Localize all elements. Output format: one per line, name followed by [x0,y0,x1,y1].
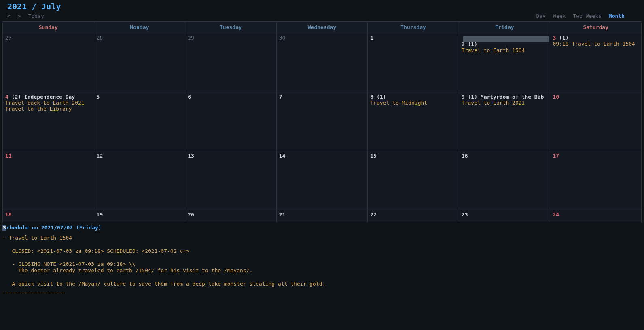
calendar-cell[interactable]: 20 [185,210,277,222]
calendar-cell[interactable]: 5 [94,92,186,151]
calendar-cell[interactable]: 11 [3,151,94,210]
calendar-event[interactable]: Travel to Earth 1504 [462,47,548,53]
day-number: 24 [553,212,559,218]
calendar-cell[interactable]: 9 (1) Martyrdom of the BábTravel to Eart… [459,92,551,151]
day-number: 18 [5,212,12,218]
day-header: Sunday [3,22,94,33]
calendar-cell[interactable]: 28 [94,33,186,92]
calendar-event[interactable]: Travel to Earth 2021 [462,100,548,106]
day-header: Saturday [550,22,642,33]
divider: -------------------- [2,287,641,296]
day-number: 5 [97,94,100,100]
prev-button[interactable]: < [7,13,11,19]
calendar-cell[interactable]: 10 [550,92,642,151]
day-number: 16 [462,153,468,159]
day-number: 6 [188,94,191,100]
day-number: 15 [370,153,377,159]
calendar-event[interactable]: Travel back to Earth 2021 [5,100,91,106]
calendar-cell[interactable]: 16 [459,151,551,210]
day-number: 1 [370,35,373,41]
calendar-cell[interactable]: 21 [277,210,368,222]
day-number: 30 [279,35,286,41]
day-number: 9 [462,94,465,100]
calendar-cell[interactable]: 30 [277,33,368,92]
event-count: (1) [559,35,568,41]
calendar-event[interactable]: Travel to the Library [5,106,91,112]
day-number: 20 [188,212,194,218]
day-number: 2 [462,41,465,47]
calendar-cell[interactable]: 15 [368,151,459,210]
day-number: 21 [279,212,286,218]
cursor: S [2,225,6,231]
day-number: 29 [188,35,194,41]
schedule-heading: Schedule on 2021/07/02 (Friday) [2,225,641,231]
calendar-cell[interactable]: 22 [368,210,459,222]
day-number: 4 [5,94,8,100]
day-number: 8 [370,94,373,100]
day-number: 22 [370,212,377,218]
day-header: Tuesday [185,22,277,33]
day-number: 19 [97,212,103,218]
calendar-cell[interactable]: 14 [277,151,368,210]
view-two-weeks[interactable]: Two Weeks [573,13,601,19]
calendar-cell[interactable]: 29 [185,33,277,92]
day-number: 10 [553,94,559,100]
event-count: (1) [468,41,477,47]
calendar-event[interactable]: 09:18 Travel to Earth 1504 [553,41,639,47]
calendar-cell[interactable]: 24 [550,210,642,222]
day-number: 13 [188,153,194,159]
calendar-cell[interactable]: 19 [94,210,186,222]
calendar-cell[interactable]: 2 (1)Travel to Earth 1504 [459,33,551,92]
calendar-cell[interactable]: 4 (2) Independence DayTravel back to Ear… [3,92,94,151]
calendar-cell[interactable]: 3 (1)09:18 Travel to Earth 1504 [550,33,642,92]
day-number: 23 [462,212,468,218]
calendar-cell[interactable]: 7 [277,92,368,151]
view-week[interactable]: Week [553,13,566,19]
view-day[interactable]: Day [536,13,546,19]
calendar-cell[interactable]: 13 [185,151,277,210]
holiday-label: Martyrdom of the Báb [481,94,544,100]
today-button[interactable]: Today [28,13,44,19]
day-header: Friday [459,22,551,33]
day-header: Thursday [368,22,459,33]
day-number: 14 [279,153,286,159]
holiday-label: Independence Day [24,94,75,100]
schedule-details: Schedule on 2021/07/02 (Friday) - Travel… [0,222,644,297]
next-button[interactable]: > [18,13,21,19]
day-number: 3 [553,35,556,41]
day-number: 11 [5,153,12,159]
calendar-cell[interactable]: 27 [3,33,94,92]
calendar-cell[interactable]: 6 [185,92,277,151]
calendar-cell[interactable]: 18 [3,210,94,222]
calendar-cell[interactable]: 17 [550,151,642,210]
day-number: 12 [97,153,103,159]
day-number: 28 [97,35,103,41]
page-title: 2021 / July [7,2,641,11]
day-number: 27 [5,35,12,41]
calendar-cell[interactable]: 23 [459,210,551,222]
event-count: (1) [468,94,477,100]
day-number: 17 [553,153,559,159]
calendar-event[interactable]: Travel to Midnight [370,100,456,106]
calendar-cell[interactable]: 1 [368,33,459,92]
day-header: Wednesday [277,22,368,33]
day-number: 7 [279,94,282,100]
event-count: (1) [377,94,386,100]
day-header: Monday [94,22,186,33]
calendar-cell[interactable]: 8 (1)Travel to Midnight [368,92,459,151]
schedule-body: - Travel to Earth 1504 CLOSED: <2021-07-… [2,231,641,287]
event-count: (2) [12,94,21,100]
view-month[interactable]: Month [609,13,625,19]
calendar-cell[interactable]: 12 [94,151,186,210]
